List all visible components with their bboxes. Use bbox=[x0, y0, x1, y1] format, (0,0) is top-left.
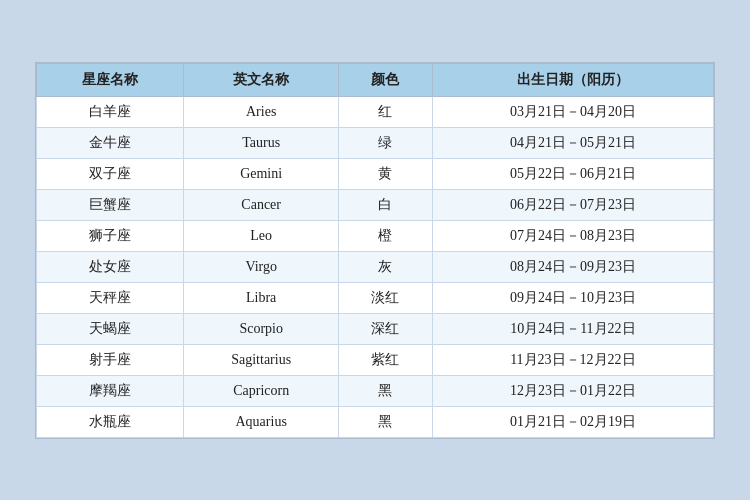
table-row: 水瓶座Aquarius黑01月21日－02月19日 bbox=[37, 406, 714, 437]
table-cell-4-0: 狮子座 bbox=[37, 220, 184, 251]
table-cell-4-3: 07月24日－08月23日 bbox=[432, 220, 713, 251]
table-row: 双子座Gemini黄05月22日－06月21日 bbox=[37, 158, 714, 189]
table-row: 射手座Sagittarius紫红11月23日－12月22日 bbox=[37, 344, 714, 375]
column-header-0: 星座名称 bbox=[37, 63, 184, 96]
table-cell-3-0: 巨蟹座 bbox=[37, 189, 184, 220]
table-cell-10-0: 水瓶座 bbox=[37, 406, 184, 437]
table-cell-7-3: 10月24日－11月22日 bbox=[432, 313, 713, 344]
zodiac-table-container: 星座名称英文名称颜色出生日期（阳历） 白羊座Aries红03月21日－04月20… bbox=[35, 62, 715, 439]
table-cell-7-2: 深红 bbox=[339, 313, 433, 344]
table-cell-10-2: 黑 bbox=[339, 406, 433, 437]
table-row: 摩羯座Capricorn黑12月23日－01月22日 bbox=[37, 375, 714, 406]
table-cell-9-3: 12月23日－01月22日 bbox=[432, 375, 713, 406]
table-header-row: 星座名称英文名称颜色出生日期（阳历） bbox=[37, 63, 714, 96]
column-header-3: 出生日期（阳历） bbox=[432, 63, 713, 96]
table-cell-3-1: Cancer bbox=[184, 189, 339, 220]
table-cell-5-0: 处女座 bbox=[37, 251, 184, 282]
table-cell-0-1: Aries bbox=[184, 96, 339, 127]
table-cell-3-3: 06月22日－07月23日 bbox=[432, 189, 713, 220]
table-cell-5-3: 08月24日－09月23日 bbox=[432, 251, 713, 282]
table-cell-7-0: 天蝎座 bbox=[37, 313, 184, 344]
table-cell-6-1: Libra bbox=[184, 282, 339, 313]
table-cell-8-0: 射手座 bbox=[37, 344, 184, 375]
table-cell-9-1: Capricorn bbox=[184, 375, 339, 406]
column-header-1: 英文名称 bbox=[184, 63, 339, 96]
table-cell-0-0: 白羊座 bbox=[37, 96, 184, 127]
table-cell-7-1: Scorpio bbox=[184, 313, 339, 344]
table-cell-10-1: Aquarius bbox=[184, 406, 339, 437]
table-cell-1-1: Taurus bbox=[184, 127, 339, 158]
table-cell-0-3: 03月21日－04月20日 bbox=[432, 96, 713, 127]
table-cell-8-2: 紫红 bbox=[339, 344, 433, 375]
table-cell-2-0: 双子座 bbox=[37, 158, 184, 189]
table-cell-4-1: Leo bbox=[184, 220, 339, 251]
table-cell-4-2: 橙 bbox=[339, 220, 433, 251]
table-cell-3-2: 白 bbox=[339, 189, 433, 220]
table-cell-1-2: 绿 bbox=[339, 127, 433, 158]
table-row: 处女座Virgo灰08月24日－09月23日 bbox=[37, 251, 714, 282]
table-cell-8-3: 11月23日－12月22日 bbox=[432, 344, 713, 375]
table-row: 白羊座Aries红03月21日－04月20日 bbox=[37, 96, 714, 127]
table-row: 巨蟹座Cancer白06月22日－07月23日 bbox=[37, 189, 714, 220]
table-cell-0-2: 红 bbox=[339, 96, 433, 127]
table-cell-6-0: 天秤座 bbox=[37, 282, 184, 313]
table-row: 天蝎座Scorpio深红10月24日－11月22日 bbox=[37, 313, 714, 344]
table-cell-10-3: 01月21日－02月19日 bbox=[432, 406, 713, 437]
table-cell-9-2: 黑 bbox=[339, 375, 433, 406]
table-row: 金牛座Taurus绿04月21日－05月21日 bbox=[37, 127, 714, 158]
table-cell-6-2: 淡红 bbox=[339, 282, 433, 313]
table-cell-8-1: Sagittarius bbox=[184, 344, 339, 375]
table-body: 白羊座Aries红03月21日－04月20日金牛座Taurus绿04月21日－0… bbox=[37, 96, 714, 437]
table-row: 狮子座Leo橙07月24日－08月23日 bbox=[37, 220, 714, 251]
table-cell-6-3: 09月24日－10月23日 bbox=[432, 282, 713, 313]
table-cell-1-0: 金牛座 bbox=[37, 127, 184, 158]
zodiac-table: 星座名称英文名称颜色出生日期（阳历） 白羊座Aries红03月21日－04月20… bbox=[36, 63, 714, 438]
table-cell-2-1: Gemini bbox=[184, 158, 339, 189]
table-cell-1-3: 04月21日－05月21日 bbox=[432, 127, 713, 158]
table-cell-5-2: 灰 bbox=[339, 251, 433, 282]
table-cell-5-1: Virgo bbox=[184, 251, 339, 282]
table-row: 天秤座Libra淡红09月24日－10月23日 bbox=[37, 282, 714, 313]
table-cell-9-0: 摩羯座 bbox=[37, 375, 184, 406]
table-cell-2-2: 黄 bbox=[339, 158, 433, 189]
column-header-2: 颜色 bbox=[339, 63, 433, 96]
table-cell-2-3: 05月22日－06月21日 bbox=[432, 158, 713, 189]
